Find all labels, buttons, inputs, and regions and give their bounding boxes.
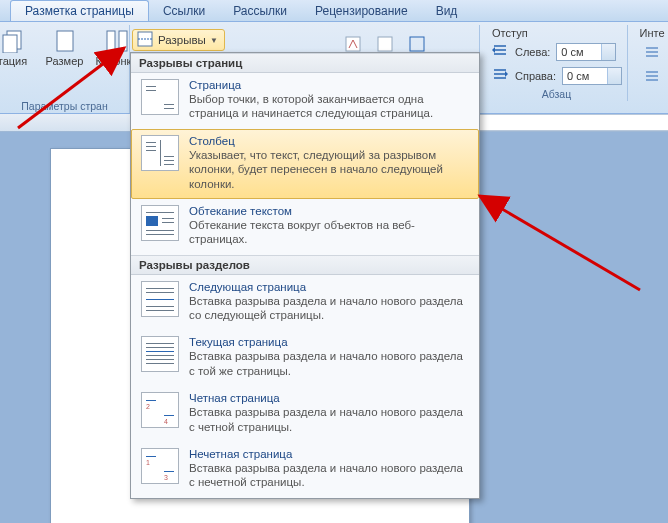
size-label: Размер	[46, 55, 84, 67]
tab-references[interactable]: Ссылки	[149, 1, 219, 21]
size-button[interactable]: Размер	[41, 27, 89, 69]
thumb-page-icon	[141, 79, 179, 115]
gallery-item-desc: Указывает, что текст, следующий за разры…	[189, 148, 469, 191]
indent-left-icon	[491, 42, 509, 62]
thumb-column-icon	[141, 135, 179, 171]
gallery-item-textwrap[interactable]: Обтекание текстом Обтекание текста вокру…	[131, 199, 479, 255]
gallery-item-column[interactable]: Столбец Указывает, что текст, следующий …	[131, 129, 479, 199]
breaks-icon	[136, 30, 154, 50]
gallery-item-continuous[interactable]: Текущая страница Вставка разрыва раздела…	[131, 330, 479, 386]
svg-rect-8	[378, 37, 392, 51]
svg-rect-1	[3, 35, 17, 53]
gallery-item-title: Следующая страница	[189, 281, 469, 293]
group-page-setup-caption: Параметры стран	[21, 98, 107, 113]
orientation-button[interactable]: тация	[0, 27, 37, 69]
gallery-item-title: Столбец	[189, 135, 469, 147]
tab-page-layout[interactable]: Разметка страницы	[10, 0, 149, 21]
indent-left-field[interactable]: 0 см	[556, 43, 616, 61]
columns-icon	[101, 29, 133, 53]
gallery-item-desc: Вставка разрыва раздела и начало нового …	[189, 405, 469, 434]
indent-left-value: 0 см	[561, 46, 583, 58]
svg-rect-9	[410, 37, 424, 51]
group-paragraph: Отступ Слева: 0 см Справа: 0 см Абзац	[486, 25, 628, 101]
breaks-button[interactable]: Разрывы ▼	[132, 29, 225, 51]
thumb-continuous-icon	[141, 336, 179, 372]
indent-right-icon	[491, 66, 509, 86]
indent-right-label: Справа:	[515, 70, 556, 82]
gallery-item-title: Страница	[189, 79, 469, 91]
svg-rect-3	[107, 31, 115, 51]
gallery-section-section-breaks: Разрывы разделов	[131, 255, 479, 275]
gallery-item-desc: Вставка разрыва раздела и начало нового …	[189, 349, 469, 378]
thumb-evenpage-icon: 2 4	[141, 392, 179, 428]
gallery-item-desc: Выбор точки, в которой заканчивается одн…	[189, 92, 469, 121]
breaks-label: Разрывы	[158, 34, 206, 46]
ribbon-tabstrip: Разметка страницы Ссылки Рассылки Реценз…	[0, 0, 668, 22]
breaks-gallery: Разрывы страниц Страница Выбор точки, в …	[130, 52, 480, 499]
spacing-header: Инте	[639, 27, 664, 39]
gallery-item-evenpage[interactable]: 2 4 Четная страница Вставка разрыва разд…	[131, 386, 479, 442]
gallery-item-desc: Вставка разрыва раздела и начало нового …	[189, 461, 469, 490]
orientation-label: тация	[0, 55, 27, 67]
gallery-item-title: Нечетная страница	[189, 448, 469, 460]
gallery-item-title: Текущая страница	[189, 336, 469, 348]
indent-right-value: 0 см	[567, 70, 589, 82]
size-icon	[49, 29, 81, 53]
spacing-after-icon[interactable]	[643, 67, 661, 87]
indent-left-label: Слева:	[515, 46, 550, 58]
group-spacing: Инте	[632, 25, 668, 87]
tab-review[interactable]: Рецензирование	[301, 1, 422, 21]
gallery-item-desc: Обтекание текста вокруг объектов на веб-…	[189, 218, 469, 247]
orientation-icon	[0, 29, 29, 53]
gallery-item-desc: Вставка разрыва раздела и начало нового …	[189, 294, 469, 323]
thumb-oddpage-icon: 1 3	[141, 448, 179, 484]
thumb-nextpage-icon	[141, 281, 179, 317]
indent-header: Отступ	[492, 27, 621, 39]
gallery-item-nextpage[interactable]: Следующая страница Вставка разрыва разде…	[131, 275, 479, 331]
group-arrange	[290, 25, 480, 55]
indent-right-field[interactable]: 0 см	[562, 67, 622, 85]
group-paragraph-caption: Абзац	[542, 86, 571, 101]
spacing-before-icon[interactable]	[643, 43, 661, 63]
tab-mailings[interactable]: Рассылки	[219, 1, 301, 21]
gallery-section-page-breaks: Разрывы страниц	[131, 53, 479, 73]
gallery-item-title: Обтекание текстом	[189, 205, 469, 217]
svg-rect-2	[57, 31, 73, 51]
gallery-item-title: Четная страница	[189, 392, 469, 404]
thumb-textwrap-icon	[141, 205, 179, 241]
svg-rect-4	[119, 31, 127, 51]
chevron-down-icon: ▼	[210, 36, 218, 45]
gallery-item-page[interactable]: Страница Выбор точки, в которой заканчив…	[131, 73, 479, 129]
group-page-setup: тация Размер Колонки Параметры стран	[0, 25, 130, 113]
gallery-item-oddpage[interactable]: 1 3 Нечетная страница Вставка разрыва ра…	[131, 442, 479, 498]
tab-view[interactable]: Вид	[422, 1, 472, 21]
